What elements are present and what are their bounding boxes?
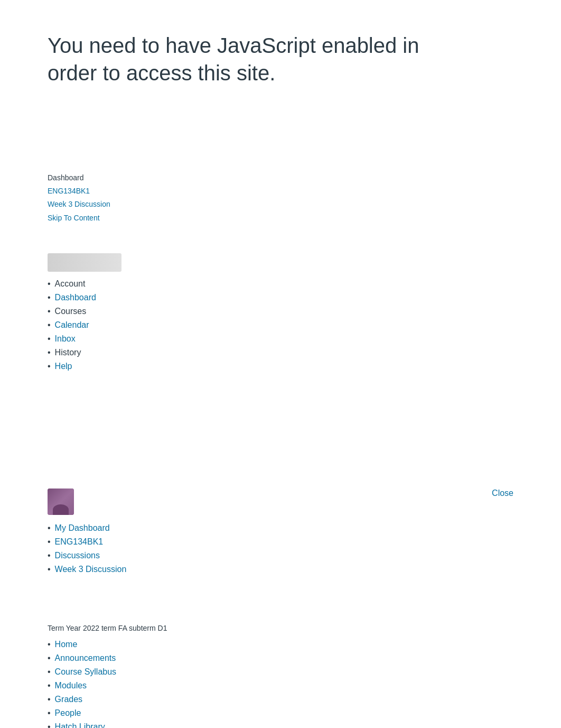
- nav-help-link[interactable]: Help: [55, 362, 72, 371]
- course-nav-announcements-link[interactable]: Announcements: [55, 653, 116, 663]
- nav-inbox-item[interactable]: Inbox: [48, 332, 513, 346]
- breadcrumb-section: Dashboard ENG134BK1 Week 3 Discussion Sk…: [0, 108, 561, 235]
- user-nav-item-0[interactable]: • My Dashboard: [48, 521, 513, 535]
- course-nav-hatch-link[interactable]: Hatch Library: [55, 722, 105, 728]
- term-section: Term Year 2022 term FA subterm D1 Home A…: [0, 582, 561, 728]
- nav-calendar-item[interactable]: Calendar: [48, 318, 513, 332]
- course-nav-syllabus[interactable]: Course Syllabus: [48, 665, 513, 679]
- course-nav-announcements[interactable]: Announcements: [48, 651, 513, 665]
- breadcrumb-week3-link[interactable]: Week 3 Discussion: [48, 198, 513, 211]
- nav-history-item: History: [48, 346, 513, 360]
- no-js-message: You need to have JavaScript enabled in o…: [48, 32, 444, 87]
- course-nav-grades-link[interactable]: Grades: [55, 695, 82, 704]
- nav-help-item[interactable]: Help: [48, 360, 513, 373]
- nav-inbox-link[interactable]: Inbox: [55, 334, 76, 344]
- user-nav-eng[interactable]: ENG134BK1: [55, 537, 104, 547]
- nav-calendar-link[interactable]: Calendar: [55, 320, 89, 330]
- user-nav-item-1[interactable]: • ENG134BK1: [48, 535, 513, 549]
- canvas-logo: [48, 253, 121, 272]
- avatar-inner: [48, 489, 74, 515]
- course-nav-hatch[interactable]: Hatch Library: [48, 720, 513, 728]
- nav-courses-item: Courses: [48, 305, 513, 318]
- account-label: Account: [55, 279, 86, 289]
- user-avatar: [48, 489, 513, 515]
- breadcrumb-eng-link[interactable]: ENG134BK1: [48, 185, 513, 198]
- course-nav-modules[interactable]: Modules: [48, 679, 513, 693]
- nav-logo-item: [48, 251, 513, 277]
- nav-extra-item: [48, 373, 513, 377]
- user-nav-list: • My Dashboard • ENG134BK1 • Discussions…: [48, 521, 513, 576]
- course-nav-people-link[interactable]: People: [55, 708, 81, 718]
- close-button[interactable]: Close: [492, 489, 513, 498]
- nav-account-item: Account: [48, 277, 513, 291]
- nav-dashboard-link[interactable]: Dashboard: [55, 293, 96, 302]
- main-message-section: You need to have JavaScript enabled in o…: [0, 0, 561, 108]
- nav-history-label: History: [55, 348, 81, 357]
- course-nav: Home Announcements Course Syllabus Modul…: [48, 638, 513, 728]
- breadcrumb-dashboard-static: Dashboard: [48, 173, 84, 182]
- course-nav-home-link[interactable]: Home: [55, 640, 78, 649]
- user-nav-item-2[interactable]: • Discussions: [48, 549, 513, 563]
- course-nav-grades[interactable]: Grades: [48, 693, 513, 706]
- user-nav-item-3[interactable]: • Week 3 Discussion: [48, 563, 513, 576]
- global-nav: Account Dashboard Courses Calendar Inbox…: [0, 241, 561, 388]
- course-nav-modules-link[interactable]: Modules: [55, 681, 87, 690]
- nav-courses-label: Courses: [55, 307, 87, 316]
- course-nav-home[interactable]: Home: [48, 638, 513, 651]
- course-nav-people[interactable]: People: [48, 706, 513, 720]
- user-nav-discussions[interactable]: Discussions: [55, 551, 100, 560]
- term-label: Term Year 2022 term FA subterm D1: [48, 624, 513, 632]
- user-nav-my-dashboard[interactable]: My Dashboard: [55, 523, 110, 533]
- user-nav-week3[interactable]: Week 3 Discussion: [55, 565, 127, 574]
- nav-dashboard-item[interactable]: Dashboard: [48, 291, 513, 305]
- course-nav-syllabus-link[interactable]: Course Syllabus: [55, 667, 117, 677]
- breadcrumb-skip-link[interactable]: Skip To Content: [48, 211, 513, 225]
- avatar-image: [48, 489, 74, 515]
- user-section: Close • My Dashboard • ENG134BK1 • Discu…: [0, 483, 561, 582]
- user-section-inner: • My Dashboard • ENG134BK1 • Discussions…: [48, 489, 513, 576]
